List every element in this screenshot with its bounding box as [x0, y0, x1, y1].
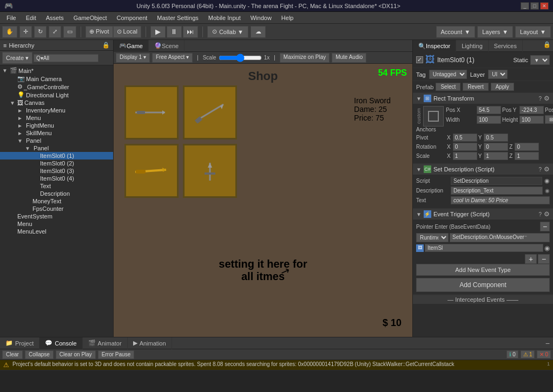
menu-gameobject[interactable]: GameObject: [69, 14, 111, 22]
tree-item-inventorymenu[interactable]: ► InventoryMenu: [0, 107, 113, 114]
account-dropdown[interactable]: Account ▼: [436, 26, 476, 38]
tree-item-description[interactable]: Description: [0, 190, 113, 197]
set-description-header[interactable]: ▼ C# Set Description (Script) ? ⚙: [413, 164, 553, 175]
object-enabled-checkbox[interactable]: ✓: [416, 56, 423, 63]
rect-transform-header[interactable]: ▼ ⊞ Rect Transform ? ⚙: [413, 93, 553, 104]
runtime-select[interactable]: Runtime On▾: [416, 233, 449, 242]
create-button[interactable]: Create ▾: [2, 52, 32, 64]
tree-item-menu[interactable]: ► Menu: [0, 114, 113, 122]
menu-edit[interactable]: Edit: [22, 14, 41, 22]
tab-animation[interactable]: ▶ Animation: [128, 337, 172, 349]
display-dropdown[interactable]: Display 1 ▾: [116, 53, 150, 63]
collapse-button[interactable]: Collapse: [25, 350, 54, 359]
event-plus-btn[interactable]: +: [525, 254, 537, 264]
tree-item-main[interactable]: ▼🎬 Main*: [0, 67, 113, 75]
tab-services[interactable]: Services: [489, 40, 523, 52]
menu-mobile-input[interactable]: Mobile Input: [204, 14, 245, 22]
tree-item-text[interactable]: Text: [0, 182, 113, 190]
tree-item-menu2[interactable]: Menu: [0, 220, 113, 228]
maximize-button[interactable]: □: [530, 2, 539, 10]
menu-assets[interactable]: Assets: [42, 14, 68, 22]
tree-item-skillmenu[interactable]: ► SkillMenu: [0, 129, 113, 137]
error-pause-button[interactable]: Error Pause: [98, 350, 134, 359]
tree-item-itemslot4[interactable]: ItemSlot0 (4): [0, 175, 113, 182]
layout-dropdown[interactable]: Layout ▼: [515, 26, 551, 38]
pivot-button[interactable]: ⊕ Pivot: [85, 26, 113, 38]
tree-item-fpscounter[interactable]: FpsCounter: [0, 205, 113, 212]
tree-item-gamecontroller[interactable]: ⚙ _GameController: [0, 83, 113, 91]
tab-inspector[interactable]: 🔍 Inspector: [413, 40, 456, 52]
tree-item-directional-light[interactable]: 💡 Directional Light: [0, 91, 113, 99]
console-row-1[interactable]: ⚠ Project's default behavior is set to 3…: [0, 360, 553, 370]
tree-item-moneytext[interactable]: MoneyText: [0, 197, 113, 205]
aspect-dropdown[interactable]: Free Aspect ▾: [152, 53, 193, 63]
minimize-button[interactable]: _: [521, 2, 529, 10]
pause-button[interactable]: ⏸: [167, 26, 182, 38]
rect-tool[interactable]: ▭: [63, 26, 76, 38]
event-trigger-header[interactable]: ▼ ⚡ Event Trigger (Script) ? ⚙: [413, 209, 553, 220]
pointer-enter-minus[interactable]: −: [540, 222, 550, 231]
rot-z-input[interactable]: [515, 143, 539, 151]
collab-button[interactable]: ⊙ Collab ▼: [207, 26, 248, 38]
move-tool[interactable]: ✛: [19, 26, 32, 38]
tab-scene[interactable]: 🔮 Scene: [149, 40, 185, 52]
rt-expand-btn[interactable]: ⊞: [545, 115, 553, 124]
scale-z-input[interactable]: [515, 152, 539, 160]
anchor-picker[interactable]: [423, 106, 444, 127]
scale-x-input[interactable]: [453, 152, 477, 160]
tree-item-itemslot1[interactable]: ItemSlot0 (1): [0, 152, 113, 160]
rot-y-input[interactable]: [484, 143, 508, 151]
item-slot-4[interactable]: [183, 144, 237, 198]
menu-component[interactable]: Component: [112, 14, 152, 22]
tree-item-itemslot3[interactable]: ItemSlot0 (3): [0, 167, 113, 175]
tab-animator[interactable]: 🎬 Animator: [83, 337, 128, 349]
tag-select[interactable]: Untagged: [429, 70, 467, 79]
tree-item-menulevel[interactable]: MenuLevel: [0, 228, 113, 235]
rt-gear-icon[interactable]: ⚙: [544, 95, 550, 102]
et-gear-icon[interactable]: ⚙: [544, 210, 550, 218]
tab-game[interactable]: 🎮 Game: [114, 40, 149, 52]
scale-tool[interactable]: ⤢: [49, 26, 61, 38]
inspector-lock[interactable]: 🔒: [541, 40, 553, 51]
menu-file[interactable]: File: [2, 14, 21, 22]
clear-on-play-button[interactable]: Clear on Play: [56, 350, 96, 359]
tree-item-main-camera[interactable]: 📷 Main Camera: [0, 75, 113, 83]
tree-item-fightmenu[interactable]: ► FightMenu: [0, 122, 113, 129]
tree-item-canvas[interactable]: ▼🖼 Canvas: [0, 99, 113, 107]
menu-master-settings[interactable]: Master Settings: [153, 14, 202, 22]
tree-item-itemslot2[interactable]: ItemSlot0 (2): [0, 160, 113, 167]
event-minus-btn[interactable]: −: [538, 254, 550, 264]
add-new-event-button[interactable]: Add New Event Type: [416, 264, 550, 276]
add-component-button[interactable]: Add Component: [416, 278, 550, 292]
clear-button[interactable]: Clear: [2, 350, 23, 359]
tab-lighting[interactable]: Lighting: [456, 40, 489, 52]
tree-item-panel1[interactable]: ▼ Panel: [0, 137, 113, 144]
scale-slider[interactable]: [219, 54, 262, 62]
item-slot-2[interactable]: [183, 85, 237, 139]
pos-y-input[interactable]: [519, 106, 544, 114]
tab-project[interactable]: 📁 Project: [0, 337, 40, 349]
menu-help[interactable]: Help: [277, 14, 298, 22]
close-button[interactable]: ✕: [540, 2, 549, 10]
height-input[interactable]: [519, 116, 544, 124]
maximize-on-play[interactable]: Maximize on Play: [280, 53, 330, 63]
apply-button[interactable]: Apply: [491, 83, 514, 91]
mute-audio[interactable]: Mute Audio: [332, 53, 366, 63]
pivot-x-input[interactable]: [453, 134, 477, 142]
pos-x-input[interactable]: [477, 106, 501, 114]
item-slot-3[interactable]: [124, 144, 179, 198]
play-button[interactable]: ▶: [150, 26, 166, 38]
local-button[interactable]: ⊙ Local: [113, 26, 141, 38]
tree-item-eventsystem[interactable]: EventSystem: [0, 212, 113, 220]
item-slot-1[interactable]: [124, 85, 179, 139]
select-button[interactable]: Select: [436, 83, 460, 91]
width-input[interactable]: [477, 116, 501, 124]
hierarchy-search-input[interactable]: [34, 54, 98, 62]
bottom-panel-close[interactable]: −: [542, 338, 553, 349]
rot-x-input[interactable]: [453, 143, 477, 151]
hand-tool[interactable]: ✋: [2, 26, 17, 38]
sd-gear-icon[interactable]: ⚙: [544, 165, 550, 173]
step-button[interactable]: ⏭: [183, 26, 198, 38]
tab-console[interactable]: 💬 Console: [40, 337, 82, 349]
layer-select[interactable]: UI: [488, 70, 508, 79]
